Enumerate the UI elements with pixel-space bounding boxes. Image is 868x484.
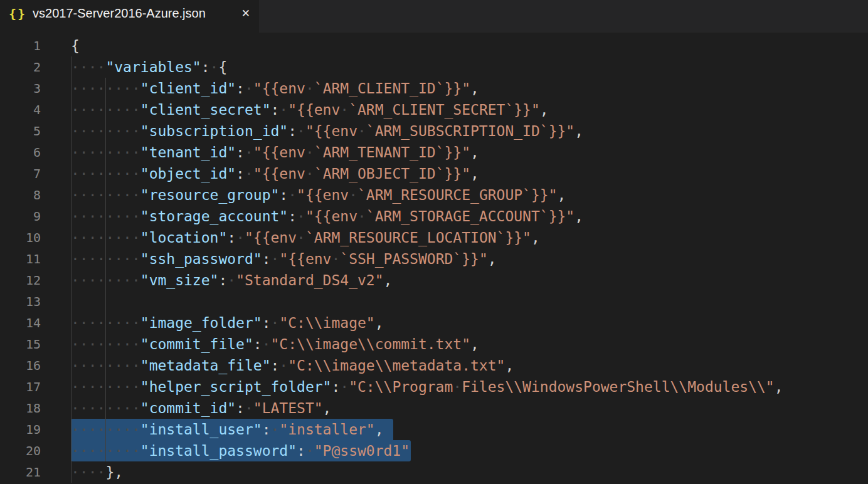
line-number[interactable]: 11 (0, 248, 41, 270)
line-number[interactable]: 13 (0, 291, 41, 312)
json-punctuation: : (227, 229, 236, 246)
json-string: `ARM_TENANT_ID`}}" (314, 144, 470, 160)
json-punctuation: , (505, 357, 514, 374)
json-string: "Standard_DS4_v2" (236, 272, 383, 288)
whitespace-dots: · (271, 315, 280, 331)
code-line[interactable]: 1{ (0, 35, 868, 56)
json-punctuation: : (236, 80, 245, 97)
whitespace-dots: ········ (71, 379, 140, 395)
code-line[interactable]: 2····"variables":·{ (0, 56, 868, 78)
line-number[interactable]: 3 (0, 78, 41, 99)
code-line[interactable]: 15········"commit_file":·"C:\\image\\com… (0, 334, 868, 355)
code-line[interactable]: 8········"resource_group":·"{{env·`ARM_R… (0, 184, 868, 206)
whitespace-dots: · (357, 123, 366, 139)
whitespace-dots: · (297, 208, 305, 224)
json-string: `ARM_STORAGE_ACCOUNT`}}" (366, 208, 574, 224)
json-key: "helper_script_folder" (140, 379, 332, 395)
line-number[interactable]: 1 (0, 35, 41, 56)
line-number[interactable]: 21 (0, 461, 41, 483)
whitespace-dots: · (245, 144, 253, 160)
tab-json-file[interactable]: {} vs2017-Server2016-Azure.json ✕ (0, 0, 259, 33)
code-line[interactable]: 12········"vm_size":·"Standard_DS4_v2", (0, 270, 868, 291)
json-string: "C:\\Program (349, 379, 453, 395)
code-text: { (71, 35, 80, 56)
whitespace-dots: · (271, 421, 280, 438)
code-line[interactable]: 16········"metadata_file":·"C:\\image\\m… (0, 355, 868, 376)
json-punctuation: : (262, 251, 271, 267)
whitespace-dots: ········ (71, 123, 140, 139)
code-line[interactable]: 10········"location":·"{{env·`ARM_RESOUR… (0, 227, 868, 248)
json-punctuation: , (375, 421, 384, 438)
whitespace-dots: ········ (71, 315, 140, 331)
line-number[interactable]: 9 (0, 206, 41, 227)
json-punctuation: : (236, 400, 245, 416)
json-string: `ARM_OBJECT_ID`}}" (314, 166, 470, 182)
code-text: ········"image_folder":·"C:\\image", (71, 312, 384, 334)
code-line[interactable]: 7········"object_id":·"{{env·`ARM_OBJECT… (0, 163, 868, 184)
json-string: `ARM_SUBSCRIPTION_ID`}}" (366, 123, 574, 139)
code-line[interactable]: 9········"storage_account":·"{{env·`ARM_… (0, 206, 868, 227)
json-string: `ARM_CLIENT_ID`}}" (314, 80, 470, 97)
line-number[interactable]: 5 (0, 120, 41, 142)
code-line[interactable]: 20········"install_password":·"P@ssw0rd1… (0, 440, 868, 461)
line-number[interactable]: 2 (0, 56, 41, 78)
line-number[interactable]: 14 (0, 312, 41, 334)
json-punctuation: : (236, 166, 245, 182)
line-number[interactable]: 12 (0, 270, 41, 291)
line-number[interactable]: 20 (0, 440, 41, 461)
whitespace-dots: · (340, 102, 349, 118)
code-line[interactable]: 17········"helper_script_folder":·"C:\\P… (0, 376, 868, 397)
close-icon[interactable]: ✕ (241, 8, 250, 19)
line-number[interactable]: 18 (0, 397, 41, 419)
json-key: "install_user" (140, 421, 262, 438)
json-punctuation: , (775, 379, 783, 395)
json-punctuation: , (558, 187, 566, 203)
code-text: ········"install_user":·"installer", (71, 419, 384, 440)
json-key: "image_folder" (140, 315, 262, 331)
json-punctuation: : (271, 102, 280, 118)
tab-bar-empty-area (259, 0, 868, 33)
json-string: Files\\WindowsPowerShell\\Modules\\" (462, 379, 775, 395)
line-number[interactable]: 4 (0, 99, 41, 120)
code-line[interactable]: 4········"client_secret":·"{{env·`ARM_CL… (0, 99, 868, 120)
json-key: "resource_group" (140, 187, 280, 203)
code-line[interactable]: 14········"image_folder":·"C:\\image", (0, 312, 868, 334)
code-line[interactable]: 6········"tenant_id":·"{{env·`ARM_TENANT… (0, 142, 868, 163)
line-number[interactable]: 17 (0, 376, 41, 397)
indent-guide (71, 291, 71, 312)
line-number[interactable]: 10 (0, 227, 41, 248)
json-string: "{{env (297, 187, 349, 203)
json-string: "LATEST" (253, 400, 323, 416)
json-key: "variables" (105, 59, 201, 75)
line-number[interactable]: 6 (0, 142, 41, 163)
whitespace-dots: · (297, 123, 305, 139)
code-line[interactable]: 3········"client_id":·"{{env·`ARM_CLIENT… (0, 78, 868, 99)
code-line[interactable]: 21····}, (0, 461, 868, 483)
whitespace-dots: · (279, 102, 288, 118)
code-line[interactable]: 11········"ssh_password":·"{{env·`SSH_PA… (0, 248, 868, 270)
line-number[interactable]: 16 (0, 355, 41, 376)
whitespace-dots: · (453, 379, 462, 395)
json-file-icon: {} (9, 8, 26, 20)
json-punctuation: : (297, 443, 305, 459)
line-number[interactable]: 19 (0, 419, 41, 440)
code-line[interactable]: 19········"install_user":·"installer", (0, 419, 868, 440)
code-text: ········"ssh_password":·"{{env·`SSH_PASS… (71, 248, 497, 270)
json-punctuation: , (470, 166, 479, 182)
code-editor[interactable]: 1{2····"variables":·{3········"client_id… (0, 33, 868, 484)
line-number[interactable]: 8 (0, 184, 41, 206)
code-line[interactable]: 5········"subscription_id":·"{{env·`ARM_… (0, 120, 868, 142)
json-punctuation: , (531, 229, 540, 246)
json-string: "P@ssw0rd1" (314, 443, 410, 459)
whitespace-dots: ········ (71, 443, 140, 459)
line-number[interactable]: 7 (0, 163, 41, 184)
json-string: "installer" (279, 421, 374, 438)
code-line[interactable]: 13 (0, 291, 868, 312)
json-punctuation: : (288, 123, 297, 139)
code-line[interactable]: 18········"commit_id":·"LATEST", (0, 397, 868, 419)
line-number[interactable]: 15 (0, 334, 41, 355)
json-punctuation: , (384, 272, 393, 288)
json-punctuation: : (218, 272, 227, 288)
json-string: "C:\\image\\metadata.txt" (288, 357, 505, 374)
code-text: ········"commit_file":·"C:\\image\\commi… (71, 334, 479, 355)
